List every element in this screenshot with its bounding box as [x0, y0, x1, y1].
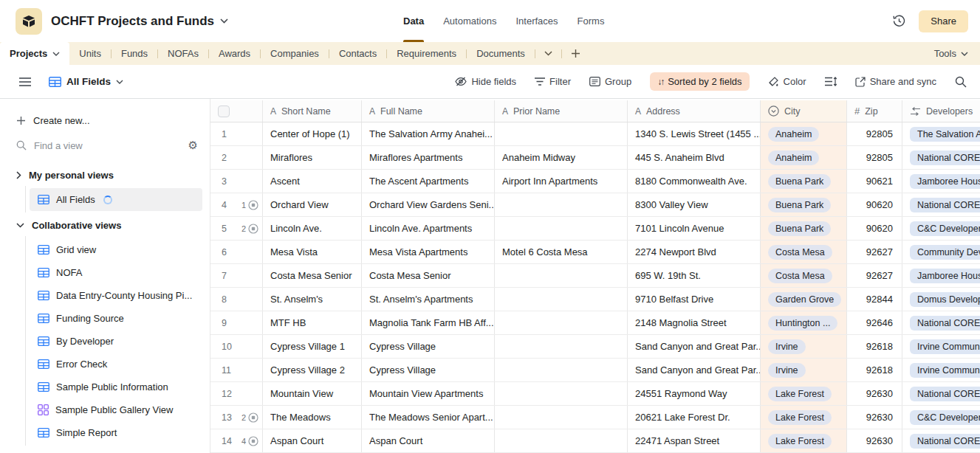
top-nav-interfaces[interactable]: Interfaces [515, 0, 558, 42]
city-cell[interactable]: Irvine [761, 335, 847, 358]
address-cell[interactable]: 8180 Commonwealth Ave. [628, 170, 761, 193]
row-number-cell[interactable]: 52 [210, 217, 263, 240]
developer-record-pill[interactable]: C&C Developers [910, 221, 980, 236]
tab-overflow-chevron-icon[interactable] [535, 42, 561, 65]
table-tab-funds[interactable]: Funds [112, 42, 157, 65]
short-name-cell[interactable]: Orchard View [263, 193, 362, 216]
developer-record-pill[interactable]: National CORE [910, 387, 980, 401]
row-number-cell[interactable]: 144 [210, 429, 263, 452]
collaborative-views-section[interactable]: Collaborative views [0, 214, 210, 236]
row-number-cell[interactable]: 2 [210, 146, 263, 169]
developers-cell[interactable]: National CORE [902, 382, 980, 405]
full-name-cell[interactable]: Orchard View Gardens Seni... [362, 193, 495, 216]
city-cell[interactable]: Irvine [761, 359, 847, 381]
top-nav-forms[interactable]: Forms [578, 0, 605, 42]
city-cell[interactable]: Buena Park [761, 193, 847, 216]
full-name-cell[interactable]: Lincoln Ave. Apartments [362, 217, 495, 240]
prior-name-cell[interactable] [495, 359, 628, 381]
developer-record-pill[interactable]: C&C Developers [910, 410, 980, 425]
column-header-short-name[interactable]: AShort Name [263, 100, 362, 122]
city-cell[interactable]: Lake Forest [761, 429, 847, 452]
zip-cell[interactable]: 90620 [847, 193, 902, 216]
color-button[interactable]: Color [768, 76, 806, 87]
developer-record-pill[interactable]: The Salvation Arm [910, 127, 980, 142]
developers-cell[interactable]: National CORE [902, 193, 980, 216]
developer-record-pill[interactable]: Jamboree Housin [910, 174, 980, 189]
developers-cell[interactable]: National CORE [902, 311, 980, 334]
hide-fields-button[interactable]: Hide fields [455, 76, 516, 87]
developers-cell[interactable]: C&C Developers [902, 406, 980, 429]
prior-name-cell[interactable] [495, 335, 628, 358]
city-cell[interactable]: Huntington ... [761, 311, 847, 334]
sidebar-view-error-check[interactable]: Error Check [30, 353, 202, 376]
column-header-zip[interactable]: #Zip [847, 100, 902, 122]
short-name-cell[interactable]: Lincoln Ave. [263, 217, 362, 240]
column-header-prior-name[interactable]: APrior Name [495, 100, 628, 122]
short-name-cell[interactable]: MTF HB [263, 311, 362, 334]
prior-name-cell[interactable] [495, 288, 628, 311]
address-cell[interactable]: 24551 Raymond Way [628, 382, 761, 405]
table-tab-companies[interactable]: Companies [261, 42, 329, 65]
base-logo[interactable] [16, 8, 42, 35]
city-cell[interactable]: Buena Park [761, 217, 847, 240]
short-name-cell[interactable]: Miraflores [263, 146, 362, 169]
developers-cell[interactable]: Community Devel [902, 241, 980, 263]
address-cell[interactable]: 7101 Lincoln Avenue [628, 217, 761, 240]
sidebar-view-grid-view[interactable]: Grid view [30, 238, 202, 261]
developers-cell[interactable]: National CORE [902, 146, 980, 169]
view-sidebar-toggle[interactable] [19, 77, 31, 86]
address-cell[interactable]: Sand Canyon and Great Par... [628, 335, 761, 358]
full-name-cell[interactable]: The Meadows Senior Apart... [362, 406, 495, 429]
row-number-cell[interactable]: 12 [210, 382, 263, 405]
prior-name-cell[interactable]: Motel 6 Costa Mesa [495, 241, 628, 263]
top-nav-automations[interactable]: Automations [443, 0, 496, 42]
base-title-chevron-icon[interactable] [220, 18, 228, 24]
row-number-cell[interactable]: 3 [210, 170, 263, 193]
row-number-cell[interactable]: 9 [210, 311, 263, 334]
developers-cell[interactable]: Jamboree Housin [902, 170, 980, 193]
address-cell[interactable]: 8300 Valley View [628, 193, 761, 216]
sidebar-view-data-entry-county-housing-pi-[interactable]: Data Entry-County Housing Pi... [30, 284, 202, 307]
developers-cell[interactable]: National CORE [902, 429, 980, 452]
prior-name-cell[interactable] [495, 193, 628, 216]
personal-views-section[interactable]: My personal views [0, 164, 210, 186]
view-settings-gear-icon[interactable]: ⚙ [188, 139, 198, 152]
sidebar-view-all-fields[interactable]: All Fields [30, 188, 202, 211]
short-name-cell[interactable]: Cypress Village 1 [263, 335, 362, 358]
table-tab-requirements[interactable]: Requirements [387, 42, 466, 65]
zip-cell[interactable]: 92627 [847, 264, 902, 287]
developer-record-pill[interactable]: National CORE [910, 434, 980, 449]
sidebar-view-by-developer[interactable]: By Developer [30, 330, 202, 353]
address-cell[interactable]: 695 W. 19th St. [628, 264, 761, 287]
prior-name-cell[interactable]: Airport Inn Apartments [495, 170, 628, 193]
short-name-cell[interactable]: Cypress Village 2 [263, 359, 362, 381]
comment-count-badge[interactable]: 1 [241, 200, 258, 210]
short-name-cell[interactable]: Aspan Court [263, 429, 362, 452]
zip-cell[interactable]: 92618 [847, 359, 902, 381]
select-all-checkbox-cell[interactable] [210, 100, 263, 122]
zip-cell[interactable]: 90620 [847, 217, 902, 240]
developers-cell[interactable]: Irvine Communit [902, 359, 980, 381]
full-name-cell[interactable]: The Salvation Army Anahei... [362, 122, 495, 145]
developers-cell[interactable]: C&C Developers [902, 217, 980, 240]
sidebar-view-sample-public-gallery-view[interactable]: Sample Public Gallery View [30, 398, 202, 421]
developers-cell[interactable]: Irvine Communit [902, 335, 980, 358]
city-cell[interactable]: Buena Park [761, 170, 847, 193]
find-a-view-input[interactable]: Find a view ⚙ [0, 134, 210, 156]
column-header-address[interactable]: AAddress [628, 100, 761, 122]
city-cell[interactable]: Anaheim [761, 122, 847, 145]
prior-name-cell[interactable] [495, 311, 628, 334]
prior-name-cell[interactable]: Anaheim Midway [495, 146, 628, 169]
prior-name-cell[interactable] [495, 122, 628, 145]
address-cell[interactable]: 445 S. Anaheim Blvd [628, 146, 761, 169]
short-name-cell[interactable]: Center of Hope (1) [263, 122, 362, 145]
sort-button[interactable]: ↓↑ Sorted by 2 fields [650, 72, 749, 91]
developer-record-pill[interactable]: National CORE [910, 316, 980, 331]
city-cell[interactable]: Garden Grove [761, 288, 847, 311]
zip-cell[interactable]: 92844 [847, 288, 902, 311]
share-and-sync-button[interactable]: Share and sync [855, 76, 936, 87]
zip-cell[interactable]: 92630 [847, 382, 902, 405]
row-number-cell[interactable]: 41 [210, 193, 263, 216]
select-all-checkbox[interactable] [218, 106, 230, 117]
short-name-cell[interactable]: Mountain View [263, 382, 362, 405]
